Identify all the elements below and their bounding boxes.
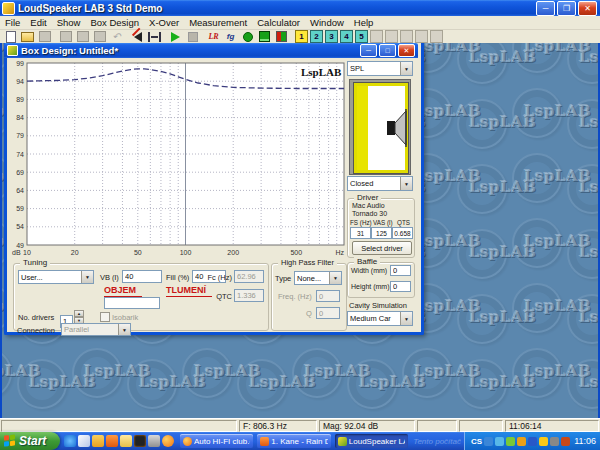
start-button[interactable]: Start [0,432,60,450]
cavity-simulation-select[interactable]: Medium Car▼ [347,311,413,326]
graph-type-select[interactable]: SPL▼ [347,61,413,76]
hpf-type-select[interactable]: None...▼ [294,271,342,285]
speaker-mute-icon[interactable] [130,31,145,43]
menu-x-over[interactable]: X-Over [144,17,184,28]
close-icon[interactable]: ✕ [578,1,597,16]
lr-measure-icon[interactable]: LR [206,31,221,43]
taskbar-clock[interactable]: 11:06 [574,436,596,446]
messenger-icon[interactable] [506,437,515,446]
vb-input[interactable] [122,270,162,283]
child-minimize-icon[interactable]: ─ [360,44,377,57]
isobarik-checkbox[interactable] [100,312,110,322]
baffle-group: Baffle Width (mm) Height (mm) [347,262,415,298]
play-icon[interactable] [168,31,183,43]
stop-icon[interactable] [185,31,200,43]
vas-value: 125 [371,227,392,239]
preset-button-1[interactable]: 1 [295,30,308,43]
menu-calculator[interactable]: Calculator [252,17,305,28]
undo-icon[interactable]: ↶ [109,31,124,43]
preset-button-5[interactable]: 5 [355,30,368,43]
no-drivers-stepper[interactable]: ▲▼ [60,310,84,323]
open-icon[interactable] [20,31,35,43]
svg-text:10: 10 [23,249,31,256]
wallpaper-watermark: LspLAB [579,178,600,196]
isobarik-label: Isobarik [112,313,138,322]
select-driver-button[interactable]: Select driver [352,241,412,255]
display-icon[interactable] [550,437,559,446]
enclosure-type-select[interactable]: Closed▼ [347,176,413,191]
copy-icon[interactable] [92,31,107,43]
chevron-down-icon[interactable]: ▼ [81,271,93,283]
folder-icon[interactable] [120,435,132,447]
chevron-down-icon[interactable]: ▼ [400,62,412,75]
menu-show[interactable]: Show [52,17,86,28]
vb-secondary-input[interactable] [104,297,160,309]
print-icon[interactable] [58,31,73,43]
wallpaper-watermark: LspLAB [579,308,600,326]
box-design-body: 9994898479746964595449dB102050100200500H… [7,58,415,332]
levels-icon[interactable] [147,31,162,43]
taskbar-task-music[interactable]: 1. Kane - Rain Down ... [257,434,330,448]
fading-tooltip-text: Tento počítač [413,437,461,446]
show-desktop-icon[interactable] [78,435,90,447]
save-icon[interactable] [37,31,52,43]
graph-type-value: SPL [350,64,364,73]
winamp-icon[interactable] [134,435,146,447]
svg-text:50: 50 [134,249,142,256]
volume-icon[interactable] [484,437,493,446]
graph-green-icon[interactable] [257,31,272,43]
baffle-width-label: Width (mm) [351,267,387,274]
app-title: LoudSpeaker LAB 3 Std Demo [18,3,162,14]
tuning-mode-select[interactable]: User...▼ [18,270,94,284]
network-icon[interactable] [495,437,504,446]
menu-file[interactable]: File [0,17,25,28]
chevron-down-icon[interactable]: ▼ [329,272,341,284]
taskbar-task-firefox[interactable]: Auto HI-FI club.cz | ... [180,434,253,448]
menu-help[interactable]: Help [349,17,379,28]
antivirus-icon[interactable] [517,437,526,446]
taskbar-task-loudspeaker[interactable]: LoudSpeaker LAB 3 S... [335,434,408,448]
child-close-icon[interactable]: ✕ [398,44,415,57]
screen: LoudSpeaker LAB 3 Std Demo ─ ❐ ✕ File Ed… [0,0,600,450]
preset-button-2[interactable]: 2 [310,30,323,43]
menu-edit[interactable]: Edit [25,17,51,28]
enclosure-type-value: Closed [350,179,373,188]
preset-button-3[interactable]: 3 [325,30,338,43]
svg-text:200: 200 [227,249,239,256]
driver-brand: Mac Audio [352,202,385,209]
bluetooth-icon[interactable] [528,437,537,446]
menu-measurement[interactable]: Measurement [184,17,252,28]
start-label: Start [19,434,46,448]
new-icon[interactable] [3,31,18,43]
media-player-icon[interactable] [106,435,118,447]
preview-icon[interactable] [75,31,90,43]
chevron-down-icon[interactable]: ▼ [400,312,412,325]
power-icon[interactable] [561,437,570,446]
baffle-width-input[interactable] [390,265,411,276]
record-icon[interactable] [240,31,255,43]
spin-up-icon[interactable]: ▲ [74,310,84,317]
baffle-height-input[interactable] [390,281,411,292]
control-icon[interactable] [148,435,160,447]
minimize-icon[interactable]: ─ [536,1,555,16]
language-indicator[interactable]: CS [471,437,482,446]
firefox-icon[interactable] [162,435,174,447]
fg-generator-icon[interactable]: fg [223,31,238,43]
status-time: 11:06:14 [505,420,599,432]
baffle-group-label: Baffle [354,257,380,266]
outlook-icon[interactable] [92,435,104,447]
task-label: Auto HI-FI club.cz | ... [194,437,250,446]
updates-icon[interactable] [539,437,548,446]
child-maximize-icon[interactable]: □ [379,44,396,57]
menu-window[interactable]: Window [305,17,349,28]
svg-text:49: 49 [16,242,24,249]
svg-text:dB: dB [12,249,21,256]
graph-redgreen-icon[interactable] [274,31,289,43]
preset-button-4[interactable]: 4 [340,30,353,43]
restore-icon[interactable]: ❐ [557,1,576,16]
wallpaper-watermark: LspLAB [579,48,600,66]
internet-explorer-icon[interactable] [64,435,76,447]
driver-model: Tornado 30 [352,210,387,217]
menu-box-design[interactable]: Box Design [85,17,144,28]
chevron-down-icon[interactable]: ▼ [400,177,412,190]
